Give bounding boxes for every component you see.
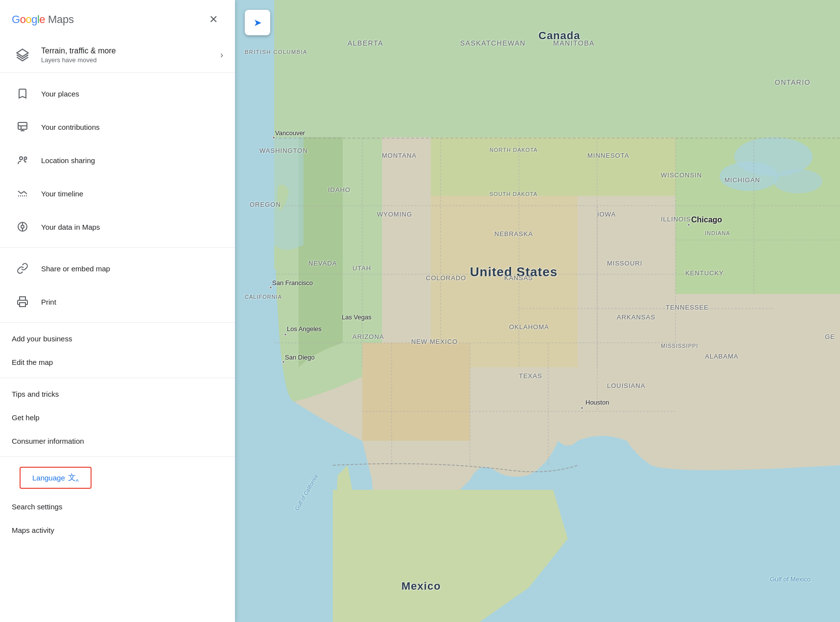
your-timeline-label: Your timeline xyxy=(41,190,83,198)
maps-wordmark: Maps xyxy=(48,13,74,26)
close-icon: ✕ xyxy=(209,13,218,26)
search-settings-label: Search settings xyxy=(12,502,62,511)
dot-chicago xyxy=(687,223,690,226)
terrain-text-block: Terrain, traffic & more Layers have move… xyxy=(41,47,220,64)
bottom-section: Language 文A Search settings Maps activit… xyxy=(0,457,235,546)
menu-section-share: Share or embed map Print xyxy=(0,248,235,323)
terrain-subtitle: Layers have moved xyxy=(41,56,220,64)
add-business-label: Add your business xyxy=(12,335,72,343)
text-section-business: Add your business Edit the map xyxy=(0,323,235,378)
edit-map-label: Edit the map xyxy=(12,358,53,366)
edit-map-item[interactable]: Edit the map xyxy=(0,350,235,374)
add-business-item[interactable]: Add your business xyxy=(0,327,235,350)
sidebar-header: Google Maps ✕ xyxy=(0,0,235,37)
close-button[interactable]: ✕ xyxy=(204,10,223,29)
contributions-icon xyxy=(12,116,33,138)
consumer-info-item[interactable]: Consumer information xyxy=(0,429,235,453)
map-area[interactable]: ➤ Canada Mexico United States ALBERTA MA… xyxy=(235,0,840,622)
link-icon xyxy=(12,258,33,279)
layers-icon xyxy=(12,44,33,66)
tips-tricks-item[interactable]: Tips and tricks xyxy=(0,382,235,406)
location-sharing-icon xyxy=(12,149,33,171)
menu-item-your-timeline[interactable]: Your timeline xyxy=(0,177,235,210)
dot-houston xyxy=(581,407,583,409)
data-icon xyxy=(12,216,33,238)
text-section-help: Tips and tricks Get help Consumer inform… xyxy=(0,378,235,457)
chevron-right-icon: › xyxy=(220,50,223,60)
dot-vancouver xyxy=(272,136,275,139)
tips-tricks-label: Tips and tricks xyxy=(12,390,59,398)
menu-item-print[interactable]: Print xyxy=(0,285,235,318)
menu-item-your-contributions[interactable]: Your contributions xyxy=(0,110,235,144)
maps-activity-item[interactable]: Maps activity xyxy=(0,518,235,542)
svg-point-5 xyxy=(24,157,27,160)
dot-san-diego xyxy=(282,360,285,363)
your-contributions-label: Your contributions xyxy=(41,123,100,131)
menu-item-your-places[interactable]: Your places xyxy=(0,77,235,110)
get-help-label: Get help xyxy=(12,413,40,422)
print-icon xyxy=(12,291,33,312)
menu-item-location-sharing[interactable]: Location sharing xyxy=(0,144,235,177)
your-data-label: Your data in Maps xyxy=(41,223,100,231)
terrain-layers-item[interactable]: Terrain, traffic & more Layers have move… xyxy=(0,37,235,73)
svg-point-18 xyxy=(773,169,822,193)
get-help-item[interactable]: Get help xyxy=(0,406,235,429)
search-settings-item[interactable]: Search settings xyxy=(0,495,235,518)
menu-section-personal: Your places Your contributions xyxy=(0,73,235,248)
google-wordmark: Google xyxy=(12,13,45,26)
map-svg xyxy=(235,0,840,622)
menu-item-your-data[interactable]: Your data in Maps xyxy=(0,210,235,243)
bookmark-icon xyxy=(12,83,33,104)
share-embed-label: Share or embed map xyxy=(41,264,110,273)
svg-point-17 xyxy=(720,162,778,191)
terrain-title: Terrain, traffic & more xyxy=(41,47,220,55)
dot-san-francisco xyxy=(269,286,272,289)
directions-button[interactable]: ➤ xyxy=(245,10,270,35)
maps-activity-label: Maps activity xyxy=(12,526,54,534)
consumer-info-label: Consumer information xyxy=(12,437,84,445)
svg-rect-14 xyxy=(235,0,274,441)
your-places-label: Your places xyxy=(41,90,79,98)
sidebar: Google Maps ✕ Terrain, traffic & more La… xyxy=(0,0,235,622)
timeline-icon xyxy=(12,183,33,204)
language-item[interactable]: Language 文A xyxy=(20,467,92,489)
svg-point-4 xyxy=(20,157,23,160)
svg-point-8 xyxy=(21,225,24,228)
dot-los-angeles xyxy=(284,333,287,336)
menu-item-share-embed[interactable]: Share or embed map xyxy=(0,252,235,285)
directions-icon: ➤ xyxy=(254,17,262,28)
print-label: Print xyxy=(41,298,56,306)
translate-icon: 文A xyxy=(68,473,79,483)
svg-rect-11 xyxy=(20,303,25,307)
language-label: Language xyxy=(32,474,65,482)
google-maps-logo: Google Maps xyxy=(12,13,74,26)
map-toolbar: ➤ xyxy=(245,10,270,35)
location-sharing-label: Location sharing xyxy=(41,156,95,165)
